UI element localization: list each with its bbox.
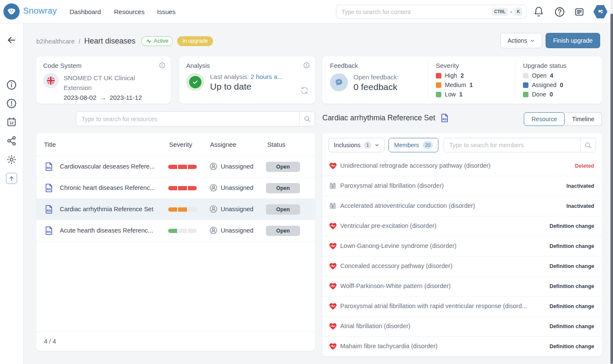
nav-issues[interactable]: Issues: [157, 8, 175, 15]
table-row[interactable]: RS Cardiovascular deseases Refere... Una…: [36, 156, 315, 178]
heart-icon: [329, 162, 337, 170]
search-icon[interactable]: [580, 138, 595, 152]
upgrade-status-title: Upgrade status: [523, 62, 594, 69]
global-search-input[interactable]: [342, 9, 492, 15]
members-search: [444, 138, 596, 152]
upgrade-status-legend: Open 4 Assigned 0 Done 0: [523, 72, 594, 98]
tab-resource[interactable]: Resource: [524, 112, 565, 126]
inactive-concept-icon: !: [329, 202, 337, 210]
sidebar-upgrade-icon[interactable]: [6, 173, 17, 184]
member-status: Definition change: [549, 344, 594, 349]
user-avatar[interactable]: [593, 5, 607, 19]
resources-search-input[interactable]: [76, 116, 299, 122]
help-icon[interactable]: [554, 6, 565, 17]
members-count-badge: 20: [423, 141, 433, 149]
feedback-count: 0 feedback: [353, 82, 399, 92]
column-assignee: Assignee: [210, 141, 236, 148]
resource-title: Acute hearth diseases Referenc...: [60, 227, 153, 234]
member-status: Inactivated: [566, 203, 594, 209]
refset-icon: RS: [44, 204, 54, 214]
list-item[interactable]: ! Lown-Ganong-Levine syndrome (disorder)…: [322, 236, 602, 256]
member-status: Definition change: [549, 303, 594, 309]
detail-title: Cardiac arrhythmia Reference Set: [322, 114, 435, 122]
assignee-cell: Unassigned: [209, 162, 254, 171]
list-item[interactable]: ! Ventricular pre-excitation (disorder) …: [322, 216, 602, 236]
refresh-icon[interactable]: [300, 86, 309, 95]
tab-members[interactable]: Members 20: [388, 138, 438, 152]
list-item[interactable]: ! Concealed accessory pathway (disorder)…: [322, 256, 602, 277]
member-list: ! Unidirectional retrograde accessory pa…: [322, 156, 602, 356]
inclusions-dropdown[interactable]: Inclusions 1: [328, 138, 385, 152]
info-icon[interactable]: [303, 62, 310, 69]
sidebar-issues-icon[interactable]: [6, 98, 17, 109]
snowray-logo-icon[interactable]: [3, 3, 20, 20]
kbd-ctrl: CTRL: [492, 8, 508, 16]
last-analysis-label: Last analysis:: [210, 73, 249, 80]
legend-value: 1: [470, 82, 473, 88]
sidebar-settings-icon[interactable]: [6, 154, 17, 165]
table-row[interactable]: RS Acute hearth diseases Referenc... Una…: [36, 220, 315, 242]
info-icon[interactable]: [159, 62, 166, 69]
nav-dashboard[interactable]: Dashboard: [70, 8, 101, 15]
top-navbar: Snowray Dashboard Resources Issues CTRL …: [0, 0, 613, 23]
nav-resources[interactable]: Resources: [114, 8, 145, 15]
open-feedback-label: Open feedback:: [353, 73, 399, 81]
assignee-cell: Unassigned: [209, 205, 254, 213]
list-item[interactable]: ! Mahaim fibre tachycardia (disorder) De…: [322, 337, 602, 356]
code-system-name: SNOMED CT UK Clinical Extension: [64, 73, 164, 93]
kbd-plus: +: [510, 9, 512, 15]
heart-icon: [329, 222, 337, 230]
activity-icon: [146, 38, 152, 44]
unassigned-avatar-icon: [209, 205, 218, 213]
breadcrumb-parent[interactable]: b2ihealthcare: [36, 38, 75, 45]
back-arrow-icon[interactable]: [6, 35, 17, 46]
arrow-right-icon: →: [100, 94, 106, 101]
list-item[interactable]: ! Atrial fibrillation (disorder) Definit…: [322, 317, 602, 337]
notifications-bell-icon[interactable]: [533, 6, 544, 17]
effective-date-to: 2023-11-12: [110, 94, 142, 101]
member-name: Concealed accessory pathway (disorder): [340, 262, 452, 269]
table-row[interactable]: RS Cardiac arrhythmia Reference Set Unas…: [36, 199, 315, 220]
sidebar-info-icon[interactable]: [6, 79, 17, 90]
legend-label: Open: [532, 72, 546, 79]
legend-color-square: [523, 92, 528, 97]
member-name: Accelerated atrioventricular conduction …: [340, 202, 475, 209]
sidebar-share-icon[interactable]: [6, 135, 17, 146]
refset-icon: RS: [44, 183, 54, 193]
member-status: Definition change: [549, 263, 594, 269]
unassigned-avatar-icon: [209, 162, 218, 171]
last-analysis-link[interactable]: 2 hours a...: [251, 73, 283, 80]
search-icon[interactable]: [299, 112, 315, 126]
members-search-input[interactable]: [444, 142, 580, 149]
brand-name[interactable]: Snowray: [23, 6, 57, 16]
check-circle-icon: [186, 73, 204, 91]
actions-button[interactable]: Actions: [500, 33, 542, 48]
assignee-cell: Unassigned: [209, 183, 254, 192]
list-item[interactable]: ! Accelerated atrioventricular conductio…: [322, 196, 602, 216]
effective-date-from: 2023-08-02: [64, 94, 96, 101]
news-icon[interactable]: [574, 6, 585, 17]
table-row[interactable]: RS Chronic heart diseases Referenc... Un…: [36, 178, 315, 199]
assignee-name: Unassigned: [221, 206, 254, 213]
assignee-name: Unassigned: [221, 227, 254, 234]
legend-item: Low 1: [436, 91, 507, 98]
finish-upgrade-button[interactable]: Finish upgrade: [546, 33, 600, 48]
legend-value: 4: [550, 72, 553, 79]
unassigned-avatar-icon: [209, 183, 218, 192]
list-item[interactable]: ! Unidirectional retrograde accessory pa…: [322, 156, 602, 176]
legend-label: Done: [532, 91, 546, 98]
analysis-status: Up to date: [210, 82, 283, 92]
page-title: Heart diseases: [84, 37, 135, 46]
list-item[interactable]: ! Wolff-Parkinson-White pattern (disorde…: [322, 277, 602, 297]
left-sidebar: 12: [0, 23, 23, 364]
list-item[interactable]: ! Paroxysmal atrial fibrillation with ra…: [322, 297, 602, 317]
sidebar-calendar-icon[interactable]: 12: [6, 116, 17, 128]
legend-item: Assigned 0: [523, 82, 594, 88]
member-status: Definition change: [549, 323, 594, 329]
legend-value: 0: [560, 82, 563, 88]
heart-icon: [329, 342, 337, 351]
tab-timeline[interactable]: Timeline: [565, 112, 602, 126]
scrollbar-thumb[interactable]: [610, 14, 613, 364]
kbd-k: K: [514, 8, 523, 16]
list-item[interactable]: ! Paroxysmal atrial fibrillation (disord…: [322, 176, 602, 196]
